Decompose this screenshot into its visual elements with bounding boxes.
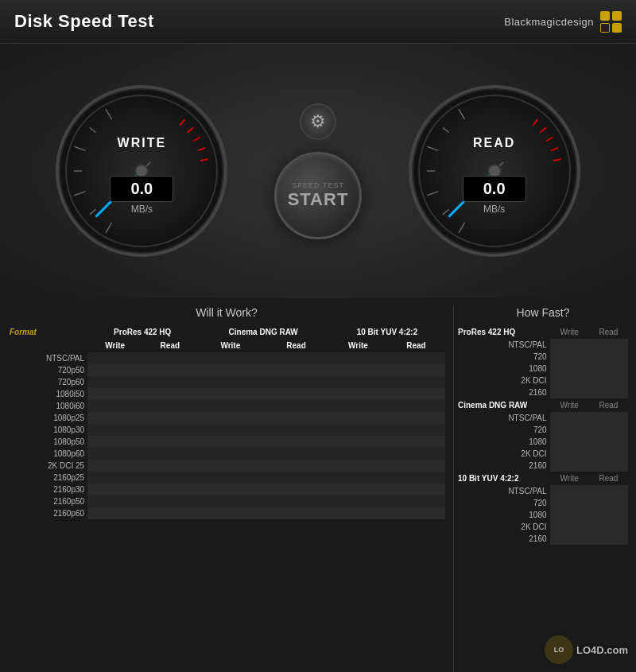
row-label: NTSC/PAL	[458, 339, 550, 351]
data-cell	[329, 507, 387, 519]
brand-square-1	[600, 11, 610, 21]
data-cell	[589, 485, 628, 497]
row-label: 2K DCI	[458, 521, 550, 533]
data-cell	[197, 424, 263, 436]
table-row: 2160p50	[8, 495, 445, 507]
write-gauge: WRITE 0.0 MB/s	[54, 84, 229, 258]
yuv-write-header: Write	[329, 339, 387, 352]
data-cell	[87, 388, 142, 400]
data-cell	[197, 388, 263, 400]
row-label: 1080	[458, 436, 550, 448]
yuv-header: 10 Bit YUV 4:2:2	[329, 325, 445, 339]
data-cell	[589, 363, 628, 375]
format-cell: 1080p25	[8, 412, 87, 424]
data-cell	[197, 400, 263, 412]
format-cell: 1080i50	[8, 388, 87, 400]
data-cell	[329, 436, 387, 448]
table-row: 2160	[458, 460, 628, 472]
data-cell	[142, 507, 197, 519]
format-cell: NTSC/PAL	[8, 352, 87, 364]
section-label: 10 Bit YUV 4:2:2	[458, 472, 550, 485]
row-label: 720	[458, 351, 550, 363]
data-cell	[589, 521, 628, 533]
table-row: 1080i60	[8, 400, 445, 412]
data-cell	[87, 472, 142, 484]
table-row: 2K DCI 25	[8, 460, 445, 472]
will-it-work-data-table: Format ProRes 422 HQ Cinema DNG RAW 10 B…	[8, 325, 445, 519]
prores-read-header: Read	[142, 339, 197, 352]
table-row: 720	[458, 424, 628, 436]
col-header: Write	[550, 325, 589, 339]
data-cell	[263, 436, 329, 448]
data-cell	[142, 400, 197, 412]
data-cell	[550, 412, 589, 424]
data-cell	[589, 424, 628, 436]
col-header: Write	[550, 398, 589, 412]
cinema-write-header: Write	[197, 339, 263, 352]
col-header: Read	[589, 398, 628, 412]
data-cell	[87, 364, 142, 376]
data-cell	[142, 436, 197, 448]
title-bar: Disk Speed Test Blackmagicdesign	[0, 0, 636, 44]
start-button[interactable]: SPEED TEST START	[274, 152, 362, 239]
data-cell	[589, 533, 628, 545]
data-cell	[197, 472, 263, 484]
read-value: 0.0	[473, 180, 516, 198]
data-cell	[589, 436, 628, 448]
data-cell	[263, 448, 329, 460]
start-button-sublabel: SPEED TEST	[292, 181, 344, 189]
data-cell	[87, 400, 142, 412]
data-cell	[329, 495, 387, 507]
data-cell	[263, 495, 329, 507]
brand-squares-icon	[600, 11, 622, 33]
watermark-icon-text: LO	[554, 646, 564, 654]
table-row: 2160	[458, 533, 628, 545]
how-fast-data-table: ProRes 422 HQWriteReadNTSC/PAL72010802K …	[458, 325, 628, 545]
data-cell	[589, 460, 628, 472]
write-label: WRITE	[54, 136, 229, 150]
how-fast-table: How Fast? ProRes 422 HQWriteReadNTSC/PAL…	[453, 306, 628, 672]
row-label: NTSC/PAL	[458, 412, 550, 424]
prores-header: ProRes 422 HQ	[87, 325, 197, 339]
data-cell	[387, 472, 445, 484]
prores-write-header: Write	[87, 339, 142, 352]
format-cell: 720p50	[8, 364, 87, 376]
data-cell	[589, 509, 628, 521]
center-controls: ⚙ SPEED TEST START	[274, 103, 362, 239]
cinema-dng-header: Cinema DNG RAW	[197, 325, 329, 339]
table-row: 2K DCI	[458, 521, 628, 533]
cinema-read-header: Read	[263, 339, 329, 352]
table-row: NTSC/PAL	[458, 339, 628, 351]
row-label: 2K DCI	[458, 375, 550, 386]
data-cell	[87, 376, 142, 388]
read-value-box: 0.0	[463, 176, 526, 202]
data-cell	[550, 386, 589, 398]
data-cell	[387, 352, 445, 364]
write-value: 0.0	[120, 180, 163, 198]
data-cell	[589, 339, 628, 351]
data-cell	[142, 376, 197, 388]
settings-gear-icon[interactable]: ⚙	[300, 103, 336, 140]
data-cell	[550, 521, 589, 533]
format-cell: 2160p60	[8, 507, 87, 519]
brand-square-3	[600, 23, 610, 33]
data-cell	[387, 507, 445, 519]
app-title: Disk Speed Test	[14, 11, 154, 32]
table-row: 720	[458, 497, 628, 509]
data-cell	[387, 484, 445, 495]
table-row: 2160p60	[8, 507, 445, 519]
section-label: ProRes 422 HQ	[458, 325, 550, 339]
watermark-icon: LO	[545, 635, 573, 664]
data-cell	[550, 351, 589, 363]
data-cell	[263, 352, 329, 364]
data-cell	[387, 400, 445, 412]
row-label: 720	[458, 497, 550, 509]
data-cell	[263, 376, 329, 388]
data-cell	[263, 364, 329, 376]
data-cell	[329, 448, 387, 460]
data-cell	[387, 448, 445, 460]
row-label: 720	[458, 424, 550, 436]
format-cell: 2K DCI 25	[8, 460, 87, 472]
data-cell	[387, 495, 445, 507]
format-cell: 1080p60	[8, 448, 87, 460]
